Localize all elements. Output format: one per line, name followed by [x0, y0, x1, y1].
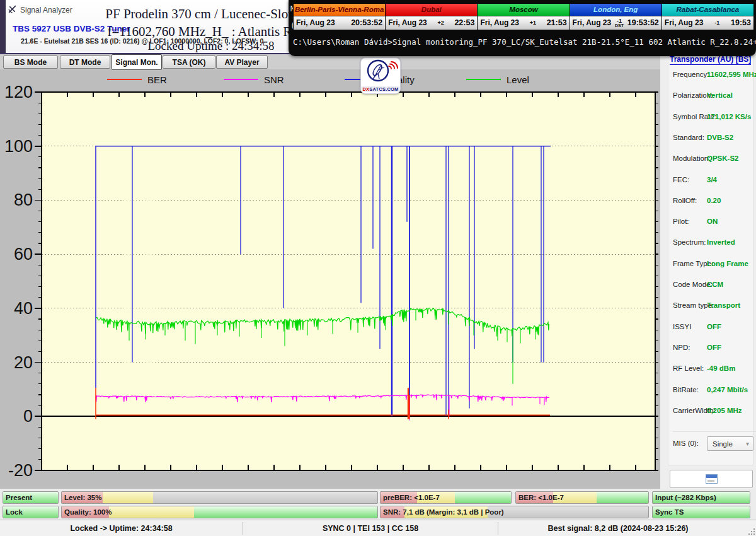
param-row-issyi: ISSYIOFF	[673, 323, 755, 332]
tab-label: BS Mode	[14, 58, 47, 67]
svg-text:120: 120	[4, 83, 33, 102]
legend-item-snr: SNR	[224, 74, 284, 84]
mis-selected-value: Single	[707, 440, 746, 448]
bar-label: Quality: 100%	[64, 506, 112, 518]
bar-label: Input (~282 Kbps)	[655, 492, 716, 503]
svg-text:40: 40	[14, 299, 33, 318]
signal-chart-panel: 120100806040200-20 BERSNRQualityLevel	[0, 69, 658, 489]
bar-label: preBER: <1.0E-7	[383, 492, 440, 503]
indicator-bar-quality: Quality: 100%	[61, 506, 378, 518]
dxsatcs-logo-text: DXSATCS.COM	[361, 86, 400, 92]
transponder-list-button[interactable]	[670, 470, 753, 488]
param-value: Vertical	[707, 91, 733, 99]
param-row-spectrum: Spectrum:Inverted	[673, 238, 755, 247]
param-row-bitrate: BitRate:0,247 Mbit/s	[673, 386, 755, 395]
legend-line-sample	[466, 79, 501, 80]
svg-text:20: 20	[14, 353, 33, 372]
param-row-symbolrate: Symbol Rate:171,012 KS/s	[673, 113, 755, 122]
mis-row: MIS (0): Single ▾	[673, 431, 756, 451]
window-edge-decoration	[0, 0, 6, 53]
list-window-icon	[706, 474, 718, 484]
param-label: Pilot:	[673, 218, 689, 225]
clock-utc-offset: +1	[519, 20, 547, 26]
param-label: RF Level:	[673, 364, 704, 372]
tab-label: TSA (OK)	[173, 58, 206, 67]
param-value: 0,205 MHz	[707, 407, 742, 414]
param-row-standard: Standard:DVB-S2	[673, 134, 755, 143]
indicator-bar-preber: preBER: <1.0E-7	[380, 491, 512, 504]
status-best-signal: Best signal: 8,2 dB (2024-08-23 15:26)	[498, 520, 738, 536]
status-bar: Locked -> Uptime: 24:34:58 SYNC 0 | TEI …	[0, 520, 756, 536]
clock-city-label: Moscow	[478, 4, 569, 16]
param-value: QPSK-S2	[707, 154, 739, 162]
clock-time: 19:53:52	[627, 18, 662, 27]
clock-date: Fri, Aug 23	[386, 18, 427, 27]
clock-city-label: Berlin-Paris-Vienna-Roma	[294, 4, 385, 16]
tab-label: DT Mode	[69, 58, 101, 67]
legend-line-sample	[224, 79, 258, 80]
clock-utc-offset: +2	[427, 20, 455, 26]
world-clock-rabat-casablanca: Rabat-CasablancaFri, Aug 23-119:53	[662, 3, 754, 30]
param-label: ISSYI	[673, 323, 691, 330]
clock-offset-value: +1	[530, 20, 536, 26]
clock-date: Fri, Aug 23	[570, 18, 612, 27]
clock-utc-offset: -1	[703, 20, 731, 26]
clock-time: 22:53	[454, 18, 477, 27]
legend-item-ber: BER	[107, 74, 167, 84]
clock-utc-offset: -1DST	[611, 18, 627, 28]
param-value: Inverted	[707, 238, 735, 246]
param-row-polarization: Polarization:Vertical	[673, 91, 755, 100]
bar-segment-gray	[153, 492, 377, 503]
param-value: 0,247 Mbit/s	[707, 386, 748, 393]
param-label: Standard:	[673, 134, 704, 141]
tab-tsa-ok-[interactable]: TSA (OK)	[163, 55, 215, 69]
clock-time-row: Fri, Aug 23+121:53	[478, 16, 569, 30]
transponder-panel-title: Transponder (AU) [BS]	[670, 55, 751, 65]
param-label: BitRate:	[673, 386, 699, 393]
indicator-bar-snr: SNR: 7,1 dB (Margin: 3,1 dB | Poor)	[380, 506, 649, 518]
bar-label: SNR: 7,1 dB (Margin: 3,1 dB | Poor)	[383, 506, 504, 518]
param-label: Spectrum:	[673, 238, 706, 246]
param-row-streamtype: Stream type:Transport	[673, 301, 755, 310]
signal-analyzer-window: Signal Analyzer TBS 5927 USB DVB-S2 Tune…	[0, 0, 756, 536]
world-clock-london-eng: London, EngFri, Aug 23-1DST19:53:52	[570, 3, 662, 30]
param-label: FEC:	[673, 176, 689, 184]
world-clocks-panel: Berlin-Paris-Vienna-RomaFri, Aug 2320:53…	[294, 3, 754, 30]
bar-segment-gray	[488, 506, 648, 518]
param-row-pilot: Pilot:ON	[673, 218, 755, 226]
bar-segment-yellow	[109, 506, 194, 518]
param-value: 0.20	[707, 197, 721, 204]
param-value: 11602,595 MHz	[707, 71, 756, 78]
param-row-codemode: Code Mode:CCM	[673, 281, 755, 289]
satellite-dish-logo-icon	[362, 58, 399, 84]
bar-segment-green	[194, 506, 377, 518]
bar-label: Lock	[6, 506, 23, 518]
param-row-carrierwidth: CarrierWidth:0,205 MHz	[673, 407, 755, 416]
bar-label: Level: 35%	[64, 492, 101, 503]
tab-dt-mode[interactable]: DT Mode	[60, 55, 110, 69]
param-label: Frequency:	[673, 71, 709, 78]
clock-time: 21:53	[547, 18, 570, 27]
clock-city-label: Rabat-Casablanca	[662, 4, 753, 16]
bar-segment-yellow	[103, 492, 153, 503]
param-value: CCM	[707, 281, 723, 288]
param-row-fec: FEC:3/4	[673, 176, 755, 185]
param-value: 3/4	[707, 176, 717, 184]
param-row-rflevel: RF Level:-49 dBm	[673, 364, 755, 373]
tab-bs-mode[interactable]: BS Mode	[3, 55, 58, 69]
indicator-bar-lock: Lock	[3, 506, 59, 518]
tab-av-player[interactable]: AV Player	[216, 55, 268, 69]
tab-signal-mon-[interactable]: Signal Mon.	[112, 54, 162, 70]
clock-dst-label: DST	[615, 23, 624, 28]
clock-time: 20:53:52	[351, 18, 385, 27]
world-clock-berlin-paris-vienna-roma: Berlin-Paris-Vienna-RomaFri, Aug 2320:53…	[293, 3, 386, 30]
signal-monitor-chart: 120100806040200-20	[0, 69, 658, 489]
world-clock-dubai: DubaiFri, Aug 23+222:53	[385, 3, 478, 30]
bar-label: BER: <1.0E-7	[518, 492, 564, 503]
clock-time-row: Fri, Aug 23-1DST19:53:52	[570, 16, 662, 30]
clock-city-label: London, Eng	[570, 4, 662, 16]
svg-text:0: 0	[23, 407, 33, 426]
resize-grip[interactable]	[747, 527, 755, 535]
param-value: -49 dBm	[707, 364, 735, 372]
mis-dropdown[interactable]: Single ▾	[707, 436, 753, 451]
